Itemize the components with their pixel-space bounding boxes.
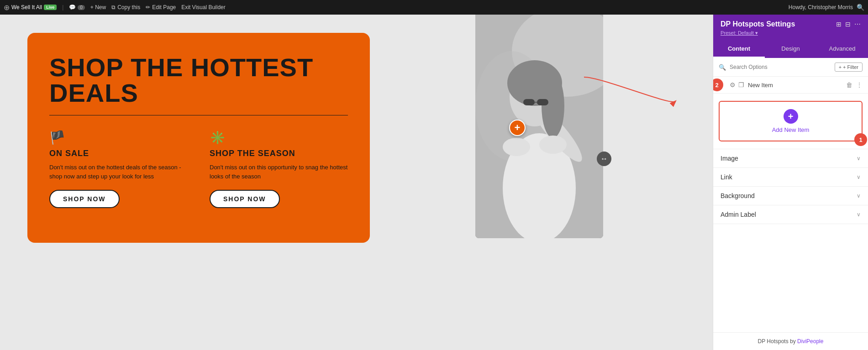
tab-design-label: Design — [781, 45, 800, 52]
main-layout: SHOP THE HOTTEST DEALS 🏴 ON SALE Don't m… — [0, 15, 868, 350]
edit-label: Edit Page — [152, 4, 176, 10]
item-name: New Item — [748, 82, 842, 89]
accordion-background: Background ∨ — [713, 187, 868, 205]
photo-person — [475, 15, 603, 238]
comments-button[interactable]: 💬 0 — [69, 4, 85, 10]
chevron-background-icon: ∨ — [857, 193, 861, 199]
delete-icon[interactable]: 🗑 — [846, 81, 852, 89]
filter-button[interactable]: + + Filter — [835, 63, 863, 72]
preset-label: Preset: Default ▾ — [721, 30, 758, 36]
separator: | — [62, 4, 63, 10]
add-plus-symbol: + — [788, 112, 794, 121]
new-label: + New — [90, 4, 106, 10]
panel-preset[interactable]: Preset: Default ▾ — [721, 30, 861, 36]
accordion-link-label: Link — [721, 173, 732, 181]
photo-area — [475, 15, 603, 238]
filter-label: + Filter — [843, 64, 858, 70]
accordion-admin-label: Admin Label ∨ — [713, 205, 868, 224]
comment-icon: 💬 — [69, 4, 76, 10]
add-new-area: + Add New Item 1 — [713, 94, 868, 149]
card-col-2: ✳️ SHOP THE SEASON Don't miss out on thi… — [210, 130, 348, 208]
filter-plus-icon: + — [839, 64, 842, 70]
accordion-background-header[interactable]: Background ∨ — [713, 187, 868, 205]
svg-point-12 — [539, 136, 567, 154]
settings-icon[interactable]: ⚙ — [730, 81, 736, 89]
card-col-1: 🏴 ON SALE Don't miss out on the hottest … — [49, 130, 188, 208]
plus-icon: + — [515, 123, 521, 133]
panel-title: DP Hotspots Settings — [721, 20, 795, 28]
circle2-number: 2 — [715, 82, 718, 89]
search-icon-top[interactable]: 🔍 — [857, 4, 864, 11]
copy-this-button[interactable]: ⧉ Copy this — [111, 4, 140, 10]
circle-label-2: 2 — [713, 78, 723, 91]
copy-label: Copy this — [117, 4, 140, 10]
col2-text: Don't miss out on this opportunity to sn… — [210, 163, 348, 181]
panel-title-icons: ⊞ ⊟ ⋯ — [836, 21, 861, 28]
chevron-image-icon: ∨ — [857, 155, 861, 162]
col1-text: Don't miss out on the hottest deals of t… — [49, 163, 188, 181]
panel-icon-2[interactable]: ⊟ — [845, 21, 851, 28]
svg-rect-8 — [523, 99, 535, 105]
add-new-plus-icon: + — [784, 109, 798, 124]
shop-now-button-1[interactable]: SHOP NOW — [49, 190, 120, 208]
accordion-admin-label-text: Admin Label — [721, 211, 756, 218]
hotspot-plus-button[interactable]: + — [509, 120, 526, 136]
arrow-icon: ↔ — [600, 155, 608, 163]
accordion-admin-header[interactable]: Admin Label ∨ — [713, 205, 868, 224]
edit-page-button[interactable]: ✏ Edit Page — [146, 4, 176, 10]
copy-item-icon[interactable]: ❐ — [738, 81, 744, 89]
col2-heading: SHOP THE SEASON — [210, 149, 348, 158]
canvas-area: SHOP THE HOTTEST DEALS 🏴 ON SALE Don't m… — [0, 15, 713, 350]
add-new-box[interactable]: + Add New Item 1 — [719, 101, 863, 141]
panel-header: DP Hotspots Settings ⊞ ⊟ ⋯ Preset: Defau… — [713, 15, 868, 41]
panel-icon-1[interactable]: ⊞ — [836, 21, 842, 28]
new-button[interactable]: + New — [90, 4, 106, 10]
tab-advanced[interactable]: Advanced — [816, 41, 868, 58]
tab-design[interactable]: Design — [765, 41, 816, 58]
col1-heading: ON SALE — [49, 149, 188, 158]
shop-now-button-2[interactable]: SHOP NOW — [210, 190, 280, 208]
col2-icon: ✳️ — [210, 130, 348, 145]
card-columns: 🏴 ON SALE Don't miss out on the hottest … — [49, 130, 348, 208]
top-bar: ⊕ We Sell It All Live | 💬 0 + New ⧉ Copy… — [0, 0, 868, 15]
panel-tabs: Content Design Advanced — [713, 41, 868, 58]
svg-point-11 — [503, 138, 530, 156]
tab-advanced-label: Advanced — [829, 45, 856, 52]
panel-title-row: DP Hotspots Settings ⊞ ⊟ ⋯ — [721, 20, 861, 28]
live-badge: Live — [44, 5, 57, 10]
item-row: 2 ⚙ ❐ New Item 🗑 ⋮ — [713, 77, 868, 94]
panel-icon-3[interactable]: ⋯ — [854, 21, 861, 28]
comment-count: 0 — [78, 5, 85, 10]
chevron-link-icon: ∨ — [857, 174, 861, 180]
col1-icon: 🏴 — [49, 130, 188, 145]
accordion-link: Link ∨ — [713, 168, 868, 187]
footer-by: by — [790, 338, 797, 345]
tab-content-label: Content — [728, 45, 750, 52]
site-logo-area: ⊕ We Sell It All Live — [4, 3, 57, 12]
site-name[interactable]: We Sell It All — [11, 4, 42, 10]
footer-link[interactable]: DiviPeople — [797, 338, 823, 345]
more-icon[interactable]: ⋮ — [856, 81, 863, 89]
person-svg — [475, 15, 603, 238]
exit-builder-button[interactable]: Exit Visual Builder — [181, 4, 226, 10]
card-divider — [49, 115, 348, 115]
wp-icon: ⊕ — [4, 3, 10, 12]
orange-card: SHOP THE HOTTEST DEALS 🏴 ON SALE Don't m… — [27, 33, 370, 243]
circle1-number: 1 — [859, 136, 862, 143]
accordion-background-label: Background — [721, 192, 755, 199]
footer-text: DP Hotspots — [758, 338, 789, 345]
tab-content[interactable]: Content — [713, 41, 765, 58]
arrow-toggle-button[interactable]: ↔ — [597, 151, 611, 166]
right-panel: DP Hotspots Settings ⊞ ⊟ ⋯ Preset: Defau… — [713, 15, 868, 350]
card-title: SHOP THE HOTTEST DEALS — [49, 55, 348, 106]
chevron-admin-icon: ∨ — [857, 211, 861, 218]
top-bar-right: Howdy, Christopher Morris 🔍 — [789, 4, 864, 11]
accordion-image-header[interactable]: Image ∨ — [713, 149, 868, 167]
accordion-link-header[interactable]: Link ∨ — [713, 168, 868, 186]
search-input[interactable] — [730, 64, 831, 70]
panel-footer: DP Hotspots by DiviPeople — [713, 332, 868, 350]
copy-icon: ⧉ — [111, 4, 116, 10]
item-actions: 🗑 ⋮ — [846, 81, 863, 89]
accordion-image: Image ∨ — [713, 149, 868, 168]
item-row-icons: ⚙ ❐ — [730, 81, 744, 89]
